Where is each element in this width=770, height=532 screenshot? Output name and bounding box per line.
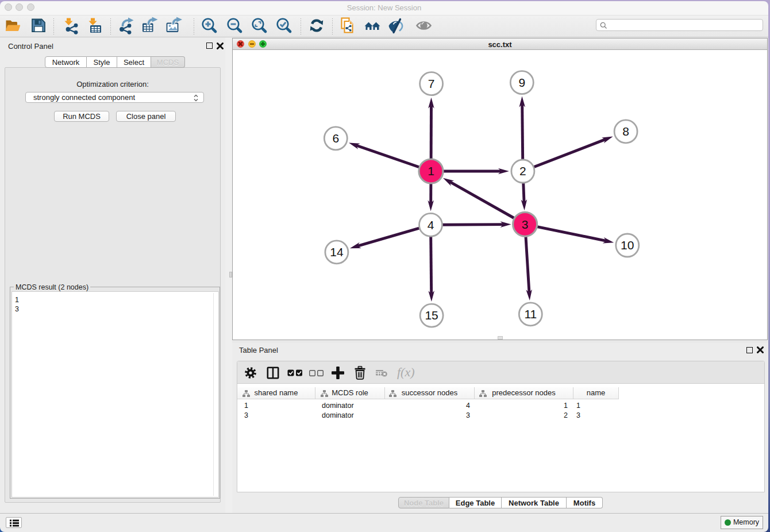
svg-text:7: 7 [428, 77, 435, 90]
svg-text:14: 14 [330, 245, 344, 259]
svg-text:4: 4 [428, 218, 434, 232]
svg-text:2: 2 [519, 164, 526, 178]
svg-text:6: 6 [332, 132, 339, 145]
svg-text:1: 1 [428, 164, 434, 178]
svg-text:15: 15 [425, 309, 438, 322]
svg-text:8: 8 [622, 125, 629, 138]
svg-text:10: 10 [621, 238, 634, 252]
svg-text:11: 11 [524, 307, 537, 321]
svg-text:9: 9 [518, 76, 525, 89]
svg-text:3: 3 [522, 218, 529, 231]
